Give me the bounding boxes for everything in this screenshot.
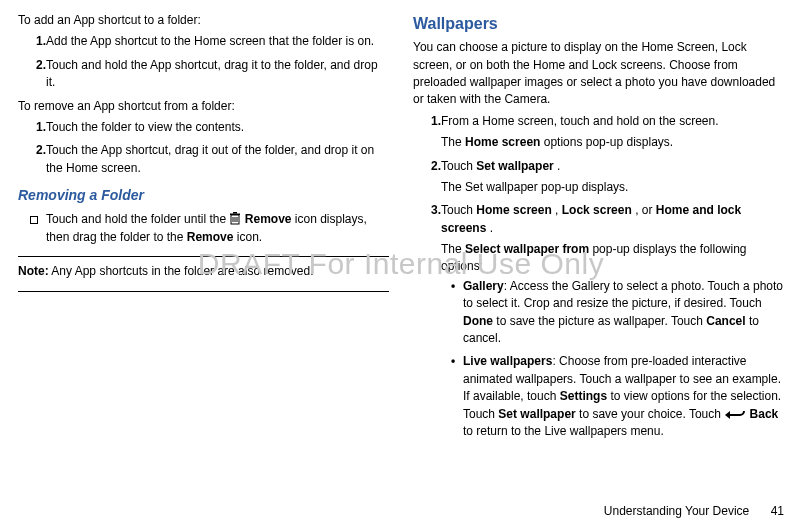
bold-term: Home screen [465,135,540,149]
divider [18,291,389,292]
list-number: 2. [18,57,46,92]
bullet-dot-icon: • [445,353,463,440]
bold-term: Done [463,314,493,328]
back-icon [724,407,749,421]
text-fragment: . [490,221,493,235]
bold-term: Settings [560,389,607,403]
bold-term: Back [750,407,779,421]
text-fragment: to save the picture as wallpaper. Touch [493,314,706,328]
list-text: Touch and hold the App shortcut, drag it… [46,57,389,92]
note-text: Any App shortcuts in the folder are also… [51,264,313,278]
wall-step-1: 1. From a Home screen, touch and hold on… [413,113,784,152]
divider [18,256,389,257]
step-subtext: The Set wallpaper pop-up displays. [441,179,784,196]
text-fragment: The [441,242,465,256]
option-label: Live wallpapers [463,354,552,368]
text-fragment: to save your choice. Touch [576,407,725,421]
text-fragment: . [557,159,560,173]
list-number: 1. [18,119,46,136]
list-text: Touch Home screen , Lock screen , or Hom… [441,202,784,446]
heading-wallpapers: Wallpapers [413,12,784,35]
option-text: Live wallpapers: Choose from pre-loaded … [463,353,784,440]
text-fragment: , [555,203,562,217]
list-text: From a Home screen, touch and hold on th… [441,113,784,152]
text-fragment: options pop-up displays. [544,135,673,149]
list-number: 2. [413,158,441,197]
two-column-layout: To add an App shortcut to a folder: 1. A… [0,0,802,452]
square-bullet-icon [18,211,46,246]
bold-term: Select wallpaper from [465,242,589,256]
options-sublist: • Gallery: Access the Gallery to select … [445,278,784,441]
wall-step-2: 2. Touch Set wallpaper . The Set wallpap… [413,158,784,197]
bold-term: Cancel [706,314,745,328]
option-gallery: • Gallery: Access the Gallery to select … [445,278,784,348]
right-column: Wallpapers You can choose a picture to d… [413,12,784,452]
list-number: 2. [18,142,46,177]
list-number: 3. [413,202,441,446]
list-text: Touch the folder to view the contents. [46,119,389,136]
page-footer: Understanding Your Device 41 [604,503,784,520]
bold-term: Home screen [476,203,551,217]
wall-step-3: 3. Touch Home screen , Lock screen , or … [413,202,784,446]
wallpapers-intro: You can choose a picture to display on t… [413,39,784,109]
text-fragment: , or [635,203,656,217]
intro-remove-shortcut: To remove an App shortcut from a folder: [18,98,389,115]
bold-term: Set wallpaper [498,407,575,421]
note-row: Note: Any App shortcuts in the folder ar… [18,263,389,280]
footer-section-title: Understanding Your Device [604,504,749,518]
left-column: To add an App shortcut to a folder: 1. A… [18,12,389,452]
step-subtext: The Select wallpaper from pop-up display… [441,241,784,276]
text-fragment: The [441,135,465,149]
text-fragment: to return to the Live wallpapers menu. [463,424,664,438]
list-text: Add the App shortcut to the Home screen … [46,33,389,50]
text-fragment: icon. [237,230,262,244]
note-label: Note: [18,264,49,278]
add-step-2: 2. Touch and hold the App shortcut, drag… [18,57,389,92]
bold-term: Lock screen [562,203,632,217]
text-fragment: Touch and hold the folder until the [46,212,229,226]
bullet-text: Touch and hold the folder until the Remo… [46,211,389,246]
step-subtext: The Home screen options pop-up displays. [441,134,784,151]
text-fragment: Touch [441,203,476,217]
svg-rect-5 [230,214,240,216]
heading-removing-folder: Removing a Folder [18,185,389,205]
bullet-dot-icon: • [445,278,463,348]
option-text: Gallery: Access the Gallery to select a … [463,278,784,348]
remove-step-1: 1. Touch the folder to view the contents… [18,119,389,136]
remove-label: Remove [187,230,234,244]
svg-rect-6 [233,212,237,214]
option-live-wallpapers: • Live wallpapers: Choose from pre-loade… [445,353,784,440]
option-label: Gallery [463,279,504,293]
trash-icon [229,212,244,226]
bold-term: Set wallpaper [476,159,553,173]
text-fragment: From a Home screen, touch and hold on th… [441,114,718,128]
add-step-1: 1. Add the App shortcut to the Home scre… [18,33,389,50]
text-fragment: Touch [441,159,476,173]
list-text: Touch the App shortcut, drag it out of t… [46,142,389,177]
remove-label: Remove [245,212,292,226]
svg-rect-0 [31,217,38,224]
remove-folder-bullet: Touch and hold the folder until the Remo… [18,211,389,246]
intro-add-shortcut: To add an App shortcut to a folder: [18,12,389,29]
list-number: 1. [413,113,441,152]
list-text: Touch Set wallpaper . The Set wallpaper … [441,158,784,197]
footer-page-number: 41 [771,504,784,518]
list-number: 1. [18,33,46,50]
remove-step-2: 2. Touch the App shortcut, drag it out o… [18,142,389,177]
text-fragment: : Access the Gallery to select a photo. … [463,279,783,310]
